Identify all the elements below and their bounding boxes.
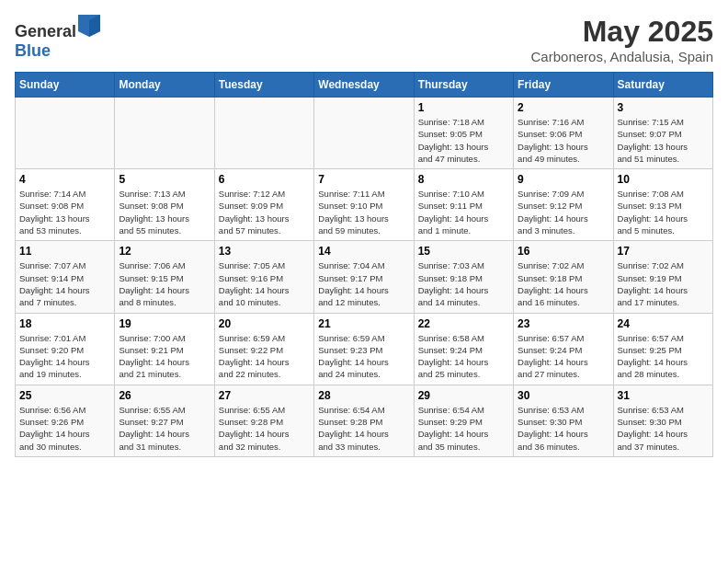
calendar-cell: 26Sunrise: 6:55 AM Sunset: 9:27 PM Dayli…	[115, 385, 214, 456]
day-info: Sunrise: 6:55 AM Sunset: 9:28 PM Dayligh…	[219, 404, 310, 453]
calendar-cell: 28Sunrise: 6:54 AM Sunset: 9:28 PM Dayli…	[314, 385, 414, 456]
day-number: 24	[618, 317, 709, 330]
calendar-cell	[214, 98, 313, 169]
day-number: 16	[518, 245, 609, 258]
day-info: Sunrise: 7:09 AM Sunset: 9:12 PM Dayligh…	[518, 188, 609, 236]
day-info: Sunrise: 7:13 AM Sunset: 9:08 PM Dayligh…	[119, 188, 210, 236]
logo-text-general: General	[15, 22, 76, 40]
calendar-cell: 14Sunrise: 7:04 AM Sunset: 9:17 PM Dayli…	[314, 241, 414, 313]
header-monday: Monday	[115, 73, 214, 98]
day-number: 6	[219, 173, 310, 186]
week-row-5: 25Sunrise: 6:56 AM Sunset: 9:26 PM Dayli…	[16, 385, 713, 456]
day-info: Sunrise: 6:58 AM Sunset: 9:24 PM Dayligh…	[418, 332, 509, 381]
calendar-cell	[314, 98, 414, 169]
day-info: Sunrise: 7:12 AM Sunset: 9:09 PM Dayligh…	[219, 188, 310, 236]
day-info: Sunrise: 6:53 AM Sunset: 9:30 PM Dayligh…	[518, 404, 609, 453]
day-info: Sunrise: 6:59 AM Sunset: 9:22 PM Dayligh…	[219, 332, 310, 381]
day-info: Sunrise: 7:16 AM Sunset: 9:06 PM Dayligh…	[518, 116, 609, 165]
day-info: Sunrise: 7:05 AM Sunset: 9:16 PM Dayligh…	[219, 259, 310, 308]
day-info: Sunrise: 6:55 AM Sunset: 9:27 PM Dayligh…	[119, 404, 210, 453]
page-header: General Blue May 2025 Carboneros, Andalu…	[15, 15, 713, 64]
day-info: Sunrise: 6:57 AM Sunset: 9:25 PM Dayligh…	[618, 332, 709, 381]
week-row-3: 11Sunrise: 7:07 AM Sunset: 9:14 PM Dayli…	[16, 241, 713, 313]
day-info: Sunrise: 7:07 AM Sunset: 9:14 PM Dayligh…	[19, 259, 110, 308]
calendar-cell: 23Sunrise: 6:57 AM Sunset: 9:24 PM Dayli…	[514, 313, 613, 385]
day-number: 29	[418, 389, 509, 402]
calendar-cell: 11Sunrise: 7:07 AM Sunset: 9:14 PM Dayli…	[16, 241, 115, 313]
calendar-cell: 2Sunrise: 7:16 AM Sunset: 9:06 PM Daylig…	[514, 98, 613, 169]
week-row-4: 18Sunrise: 7:01 AM Sunset: 9:20 PM Dayli…	[16, 313, 713, 385]
calendar-cell: 24Sunrise: 6:57 AM Sunset: 9:25 PM Dayli…	[613, 313, 712, 385]
logo: General Blue	[15, 15, 100, 61]
day-number: 30	[518, 389, 609, 402]
day-info: Sunrise: 7:15 AM Sunset: 9:07 PM Dayligh…	[618, 116, 709, 165]
header-thursday: Thursday	[414, 73, 513, 98]
calendar-cell: 1Sunrise: 7:18 AM Sunset: 9:05 PM Daylig…	[414, 98, 513, 169]
calendar-cell: 16Sunrise: 7:02 AM Sunset: 9:18 PM Dayli…	[514, 241, 613, 313]
day-number: 14	[318, 245, 409, 258]
calendar-cell: 30Sunrise: 6:53 AM Sunset: 9:30 PM Dayli…	[514, 385, 613, 456]
header-saturday: Saturday	[613, 73, 712, 98]
day-number: 5	[119, 173, 210, 186]
calendar-cell: 18Sunrise: 7:01 AM Sunset: 9:20 PM Dayli…	[16, 313, 115, 385]
calendar-cell: 3Sunrise: 7:15 AM Sunset: 9:07 PM Daylig…	[613, 98, 712, 169]
day-info: Sunrise: 7:03 AM Sunset: 9:18 PM Dayligh…	[418, 259, 509, 308]
calendar-cell: 9Sunrise: 7:09 AM Sunset: 9:12 PM Daylig…	[514, 169, 613, 241]
week-row-1: 1Sunrise: 7:18 AM Sunset: 9:05 PM Daylig…	[16, 98, 713, 169]
calendar-cell: 7Sunrise: 7:11 AM Sunset: 9:10 PM Daylig…	[314, 169, 414, 241]
calendar-cell: 6Sunrise: 7:12 AM Sunset: 9:09 PM Daylig…	[214, 169, 313, 241]
day-number: 25	[19, 389, 110, 402]
calendar-cell: 12Sunrise: 7:06 AM Sunset: 9:15 PM Dayli…	[115, 241, 214, 313]
day-info: Sunrise: 6:54 AM Sunset: 9:28 PM Dayligh…	[318, 404, 409, 453]
calendar-cell	[16, 98, 115, 169]
day-info: Sunrise: 7:10 AM Sunset: 9:11 PM Dayligh…	[418, 188, 509, 236]
day-number: 12	[119, 245, 210, 258]
header-friday: Friday	[514, 73, 613, 98]
calendar-cell: 21Sunrise: 6:59 AM Sunset: 9:23 PM Dayli…	[314, 313, 414, 385]
day-info: Sunrise: 7:04 AM Sunset: 9:17 PM Dayligh…	[318, 259, 409, 308]
calendar-cell: 31Sunrise: 6:53 AM Sunset: 9:30 PM Dayli…	[613, 385, 712, 456]
location-title: Carboneros, Andalusia, Spain	[531, 49, 713, 64]
day-number: 3	[618, 101, 709, 114]
day-number: 17	[618, 245, 709, 258]
day-header-row: Sunday Monday Tuesday Wednesday Thursday…	[16, 73, 713, 98]
day-number: 10	[618, 173, 709, 186]
calendar-cell: 13Sunrise: 7:05 AM Sunset: 9:16 PM Dayli…	[214, 241, 313, 313]
header-tuesday: Tuesday	[214, 73, 313, 98]
day-number: 1	[418, 101, 509, 114]
day-number: 21	[318, 317, 409, 330]
day-info: Sunrise: 7:02 AM Sunset: 9:19 PM Dayligh…	[618, 259, 709, 308]
day-number: 7	[318, 173, 409, 186]
day-info: Sunrise: 7:11 AM Sunset: 9:10 PM Dayligh…	[318, 188, 409, 236]
month-title: May 2025	[531, 15, 713, 49]
logo-icon	[78, 15, 100, 37]
day-number: 11	[19, 245, 110, 258]
calendar-cell: 22Sunrise: 6:58 AM Sunset: 9:24 PM Dayli…	[414, 313, 513, 385]
calendar-cell	[115, 98, 214, 169]
day-info: Sunrise: 6:57 AM Sunset: 9:24 PM Dayligh…	[518, 332, 609, 381]
day-number: 19	[119, 317, 210, 330]
day-number: 27	[219, 389, 310, 402]
day-number: 20	[219, 317, 310, 330]
calendar-cell: 25Sunrise: 6:56 AM Sunset: 9:26 PM Dayli…	[16, 385, 115, 456]
day-number: 28	[318, 389, 409, 402]
day-info: Sunrise: 6:56 AM Sunset: 9:26 PM Dayligh…	[19, 404, 110, 453]
header-sunday: Sunday	[16, 73, 115, 98]
calendar-cell: 15Sunrise: 7:03 AM Sunset: 9:18 PM Dayli…	[414, 241, 513, 313]
day-number: 22	[418, 317, 509, 330]
day-number: 23	[518, 317, 609, 330]
day-number: 15	[418, 245, 509, 258]
day-number: 4	[19, 173, 110, 186]
day-number: 2	[518, 101, 609, 114]
day-info: Sunrise: 7:14 AM Sunset: 9:08 PM Dayligh…	[19, 188, 110, 236]
day-info: Sunrise: 6:54 AM Sunset: 9:29 PM Dayligh…	[418, 404, 509, 453]
calendar-cell: 8Sunrise: 7:10 AM Sunset: 9:11 PM Daylig…	[414, 169, 513, 241]
day-number: 13	[219, 245, 310, 258]
day-info: Sunrise: 7:02 AM Sunset: 9:18 PM Dayligh…	[518, 259, 609, 308]
day-info: Sunrise: 7:08 AM Sunset: 9:13 PM Dayligh…	[618, 188, 709, 236]
calendar-cell: 27Sunrise: 6:55 AM Sunset: 9:28 PM Dayli…	[214, 385, 313, 456]
calendar-cell: 5Sunrise: 7:13 AM Sunset: 9:08 PM Daylig…	[115, 169, 214, 241]
calendar-table: Sunday Monday Tuesday Wednesday Thursday…	[15, 72, 713, 457]
day-info: Sunrise: 6:53 AM Sunset: 9:30 PM Dayligh…	[618, 404, 709, 453]
logo-content: General Blue	[15, 15, 100, 61]
